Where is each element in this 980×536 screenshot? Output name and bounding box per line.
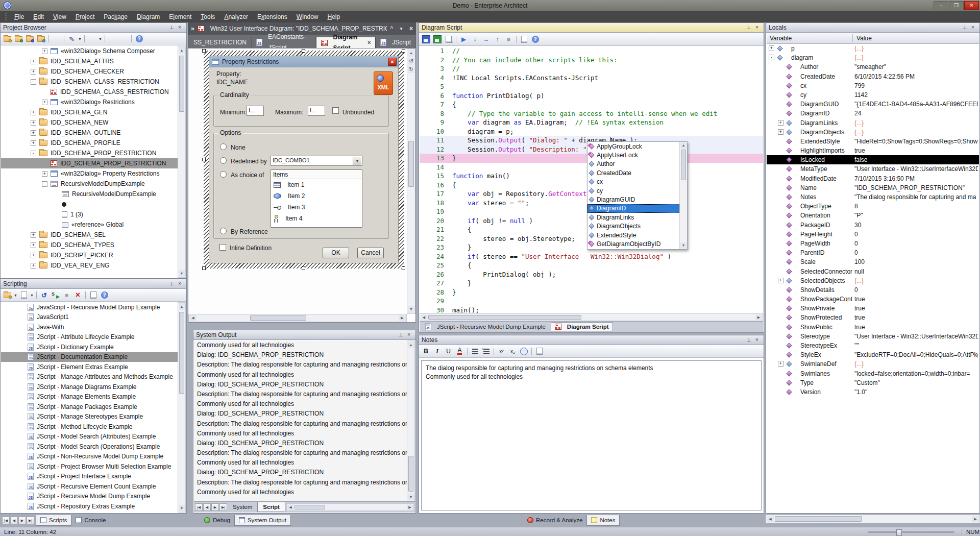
- close-document-icon[interactable]: ×: [409, 25, 413, 32]
- expand-toggle-icon[interactable]: +: [769, 45, 774, 51]
- pager-button[interactable]: ▶: [211, 503, 219, 511]
- blist-icon[interactable]: [470, 347, 480, 356]
- play-icon[interactable]: [458, 34, 469, 44]
- pin-icon[interactable]: ⊥: [397, 331, 405, 338]
- pager-button[interactable]: ▶: [18, 517, 26, 524]
- tree-item[interactable]: +IDD_SCHEMA_ATTRS: [1, 56, 178, 66]
- tree-item[interactable]: 1 (3): [1, 209, 178, 220]
- menu-file[interactable]: File: [10, 11, 29, 22]
- by-reference-radio[interactable]: [220, 228, 227, 234]
- dock-tab-scripts[interactable]: Scripts: [36, 515, 71, 526]
- locals-row[interactable]: +SelectedObjects{...}: [767, 276, 979, 285]
- document-tab[interactable]: EAConstants-JScript: [252, 37, 316, 48]
- add-package-icon[interactable]: [13, 34, 24, 44]
- link-icon[interactable]: [519, 347, 529, 356]
- close-button[interactable]: ×: [964, 1, 979, 10]
- completion-item[interactable]: Author: [587, 160, 679, 168]
- italic-icon[interactable]: [432, 347, 443, 356]
- tree-item[interactable]: IDD_SCHEMA_CLASS_RESTRICTION: [1, 87, 178, 97]
- canvas-horizontal-scrollbar[interactable]: ◀ ▶: [188, 314, 407, 322]
- bold-icon[interactable]: [421, 347, 431, 356]
- expand-toggle-icon[interactable]: +: [31, 232, 36, 238]
- system-output-hscrollbar[interactable]: ◀ ▶: [286, 503, 414, 511]
- editor-tab[interactable]: JScript - Recursive Model Dump Example: [421, 322, 550, 331]
- move-down-icon[interactable]: [118, 34, 129, 44]
- minimize-button[interactable]: –: [934, 1, 948, 10]
- locals-row[interactable]: Notes"The dialog responsible for capturi…: [767, 192, 979, 202]
- script-item[interactable]: JScript - Manage Stereotypes Example: [1, 412, 178, 422]
- combo-dropdown-icon[interactable]: ▼: [353, 157, 361, 165]
- dropdown-arrow-icon[interactable]: ▼: [78, 34, 82, 44]
- locals-row[interactable]: PackageID30: [767, 221, 979, 230]
- editor-hscrollbar[interactable]: ◀ ▶: [420, 313, 763, 321]
- locals-row[interactable]: +DiagramObjects{...}: [767, 128, 979, 137]
- unbounded-checkbox[interactable]: [332, 107, 339, 114]
- move-up-icon[interactable]: [107, 34, 118, 44]
- pager-button[interactable]: |◀: [2, 517, 10, 524]
- locals-row[interactable]: ExtendedStyle"HideRel=0;ShowTags=0;ShowR…: [767, 137, 979, 146]
- window-titlebar[interactable]: Demo - Enterprise Architect –❐×: [0, 0, 980, 11]
- pin-icon[interactable]: ⊥: [745, 24, 753, 31]
- redefined-by-combobox[interactable]: IDC_COMBO1 ▼: [271, 156, 362, 166]
- redefined-by-radio[interactable]: [220, 157, 227, 164]
- tree-item[interactable]: +IDD_VEA_REV_ENG: [1, 260, 178, 271]
- locals-row[interactable]: DiagramID24: [767, 109, 979, 118]
- code-line[interactable]: 7{: [420, 100, 763, 109]
- menu-analyzer[interactable]: Analyzer: [219, 11, 253, 22]
- script-item[interactable]: JavaScript1: [1, 312, 178, 323]
- tree-item[interactable]: +IDD_SCHEMA_TYPES: [1, 240, 178, 250]
- expand-toggle-icon[interactable]: +: [31, 110, 36, 115]
- code-line[interactable]: 29: [420, 297, 763, 306]
- locals-row[interactable]: Version"1.0": [767, 387, 979, 397]
- locals-row[interactable]: ObjectType8: [767, 202, 979, 211]
- script-item[interactable]: Java-With: [1, 322, 178, 332]
- dock-tab-notes[interactable]: Notes: [586, 515, 620, 526]
- tree-item[interactable]: +«win32Dialog» Restrictions: [1, 97, 178, 107]
- code-line[interactable]: 8 // Type the variable to gain access to…: [420, 109, 763, 118]
- stop-icon[interactable]: [503, 34, 514, 44]
- close-icon[interactable]: ×: [753, 336, 761, 344]
- completion-item[interactable]: cx: [587, 178, 679, 186]
- script-item[interactable]: JScript - Manage Attributes and Methods …: [1, 372, 178, 382]
- menu-element[interactable]: Element: [164, 11, 196, 22]
- zoom-slider[interactable]: [868, 531, 954, 533]
- cancel-button[interactable]: Cancel: [357, 248, 384, 258]
- tree-item[interactable]: -IDD_SCHEMA_PROP_RESTRICTION: [1, 148, 178, 158]
- locals-row[interactable]: -diagram{...}: [767, 53, 979, 62]
- script-item[interactable]: JScript - Project Browser Multi Selectio…: [1, 461, 178, 472]
- locals-row[interactable]: ShowPrivatetrue: [767, 304, 979, 313]
- locals-row[interactable]: SelectedConnectornull: [767, 267, 979, 276]
- locals-row[interactable]: PageWidth0: [767, 239, 979, 248]
- pager-button[interactable]: ▶|: [27, 517, 34, 524]
- as-choice-of-radio[interactable]: [220, 171, 227, 178]
- expand-toggle-icon[interactable]: -: [42, 181, 47, 187]
- code-line[interactable]: 5: [420, 82, 763, 91]
- tree-item[interactable]: +IDD_SCHEMA_SEL: [1, 230, 178, 240]
- locals-row[interactable]: Stereotype"User Interface - Win32::UserI…: [767, 332, 979, 341]
- menu-tools[interactable]: Tools: [196, 11, 219, 22]
- locals-row[interactable]: ShowProtectedtrue: [767, 313, 979, 322]
- expand-toggle-icon[interactable]: +: [31, 263, 36, 269]
- locals-row[interactable]: CreatedDate6/10/2015 4:22:56 PM: [767, 72, 979, 81]
- help-icon[interactable]: [134, 34, 144, 44]
- run-icon[interactable]: [50, 290, 61, 300]
- sub-icon[interactable]: [507, 347, 518, 356]
- pager-button[interactable]: ◀: [10, 517, 18, 524]
- script-item[interactable]: JScript - Model Search (Operations) Exam…: [1, 442, 178, 452]
- script-item[interactable]: JScript - Project Interface Example: [1, 472, 178, 482]
- find-in-browser-icon[interactable]: [51, 34, 62, 44]
- locals-row[interactable]: +DiagramLinks{...}: [767, 118, 979, 128]
- expand-toggle-icon[interactable]: +: [778, 278, 783, 283]
- completion-item[interactable]: DiagramGUID: [587, 195, 679, 204]
- expand-toggle-icon[interactable]: +: [31, 253, 36, 258]
- code-line[interactable]: 6function PrintDialog( p): [420, 91, 763, 101]
- expand-toggle-icon[interactable]: +: [42, 48, 47, 54]
- add-element-icon[interactable]: [36, 34, 46, 44]
- tree-item[interactable]: IDD_SCHEMA_PROP_RESTRICTION: [1, 158, 178, 168]
- expand-toggle-icon[interactable]: +: [42, 100, 47, 105]
- listbox-item[interactable]: Item 2: [271, 190, 362, 202]
- expand-toggle-icon[interactable]: +: [31, 130, 36, 136]
- new-script-icon[interactable]: [18, 290, 29, 300]
- mock-close-button[interactable]: ×: [388, 58, 397, 66]
- locals-hscrollbar[interactable]: ◀ ▶: [766, 515, 980, 523]
